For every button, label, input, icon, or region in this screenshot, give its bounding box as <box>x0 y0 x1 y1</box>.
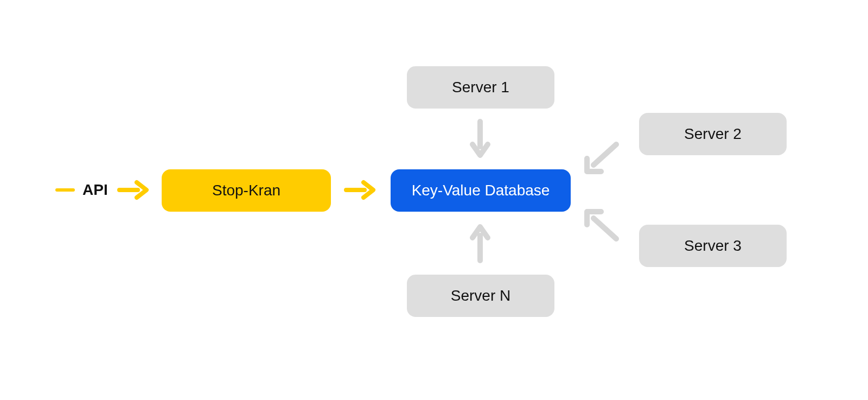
node-kv-database-label: Key-Value Database <box>412 182 550 199</box>
arrow-server1-to-kvdb <box>467 119 494 163</box>
api-tick <box>55 188 75 192</box>
arrow-servern-to-kvdb <box>467 219 494 263</box>
node-stop-kran: Stop-Kran <box>162 169 331 212</box>
node-server-n-label: Server N <box>451 287 510 304</box>
node-server-2: Server 2 <box>639 113 787 155</box>
arrow-api-to-stopkran <box>118 179 151 201</box>
api-label: API <box>82 181 108 199</box>
arrow-server2-to-kvdb <box>577 141 621 179</box>
arrow-server3-to-kvdb <box>577 204 621 242</box>
svg-line-5 <box>593 218 616 239</box>
node-kv-database: Key-Value Database <box>391 169 571 212</box>
node-server-n: Server N <box>407 275 554 317</box>
node-server-2-label: Server 2 <box>684 125 742 143</box>
arrow-stopkran-to-kvdb <box>345 179 378 201</box>
node-server-1: Server 1 <box>407 66 554 109</box>
node-server-3: Server 3 <box>639 225 787 267</box>
node-server-3-label: Server 3 <box>684 237 742 255</box>
svg-line-4 <box>593 144 616 165</box>
node-server-1-label: Server 1 <box>452 79 509 96</box>
node-stop-kran-label: Stop-Kran <box>212 182 280 199</box>
